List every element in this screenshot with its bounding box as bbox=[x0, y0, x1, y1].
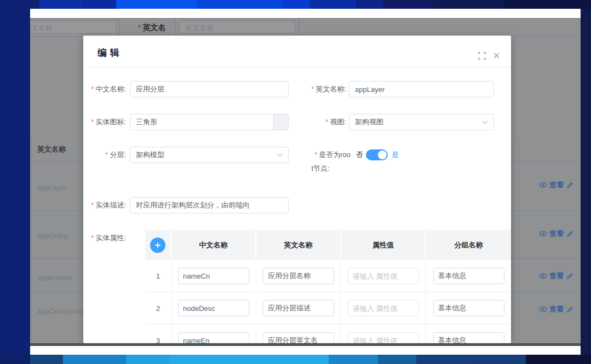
col-header-group-name: 分组名称 bbox=[426, 230, 511, 260]
bar-segment bbox=[378, 355, 416, 364]
edit-icon[interactable] bbox=[566, 230, 573, 238]
desktop-bottom-bar bbox=[0, 355, 591, 364]
row-actions: 查看 bbox=[540, 229, 573, 239]
row-index: 2 bbox=[145, 292, 171, 324]
bar-segment bbox=[329, 355, 378, 364]
divider bbox=[299, 19, 299, 36]
bg-table-header-en-name: 英文名称 bbox=[37, 145, 66, 154]
attr-value-input[interactable] bbox=[348, 268, 419, 284]
en-name-label: *英文名称: bbox=[298, 81, 346, 97]
attr-group-input[interactable] bbox=[433, 332, 504, 343]
divider bbox=[175, 19, 176, 36]
eye-icon[interactable] bbox=[540, 182, 547, 188]
attr-value-input[interactable] bbox=[348, 332, 419, 343]
attr-cn-name-input[interactable] bbox=[178, 268, 249, 284]
bar-segment bbox=[526, 355, 591, 364]
bar-segment bbox=[170, 355, 329, 364]
row-index: 3 bbox=[145, 325, 171, 343]
required-mark: * bbox=[91, 201, 94, 209]
eye-icon[interactable] bbox=[540, 307, 547, 312]
divider bbox=[83, 67, 511, 67]
view-link[interactable]: 查看 bbox=[549, 180, 564, 190]
en-name-input[interactable] bbox=[349, 81, 494, 97]
add-attribute-button[interactable] bbox=[150, 238, 165, 253]
view-link[interactable]: 查看 bbox=[549, 271, 564, 281]
bar-segment bbox=[30, 355, 63, 364]
is-root-toggle[interactable] bbox=[366, 149, 388, 160]
attr-en-name-input[interactable] bbox=[263, 332, 334, 343]
table-cell-en-name: application bbox=[37, 274, 71, 282]
desktop-left-strip bbox=[0, 9, 30, 355]
close-icon bbox=[493, 52, 500, 59]
attr-value-input[interactable] bbox=[348, 300, 419, 316]
bar-segment bbox=[309, 0, 356, 9]
fullscreen-icon bbox=[478, 52, 486, 60]
attr-cn-name-input[interactable] bbox=[178, 332, 249, 343]
toggle-off-text: 否 bbox=[356, 147, 363, 163]
bar-segment bbox=[0, 0, 39, 9]
bar-segment bbox=[383, 0, 433, 9]
required-mark: * bbox=[311, 85, 314, 93]
desktop: { "ui": { "required_mark": "*" }, "color… bbox=[0, 0, 591, 364]
col-header-attr-value: 属性值 bbox=[341, 230, 426, 260]
view-select[interactable]: 架构视图 bbox=[349, 114, 494, 130]
attribute-table: 中文名称 英文名称 属性值 分组名称 1 2 3 bbox=[145, 230, 511, 343]
divider bbox=[31, 139, 32, 346]
required-mark: * bbox=[314, 151, 317, 159]
eye-icon[interactable] bbox=[540, 273, 547, 279]
query-en-name-input[interactable] bbox=[179, 21, 295, 34]
divider bbox=[519, 139, 520, 346]
icon-preview-addon[interactable] bbox=[274, 114, 289, 130]
view-link[interactable]: 查看 bbox=[549, 304, 564, 314]
view-label: *视图: bbox=[298, 114, 346, 130]
attr-group-input[interactable] bbox=[433, 268, 504, 284]
app-window: *英文名 英文名称 appLayer appGroup application … bbox=[30, 9, 581, 355]
bar-segment bbox=[126, 355, 170, 364]
bar-segment bbox=[116, 0, 197, 9]
entity-desc-input[interactable] bbox=[130, 197, 289, 213]
bar-segment bbox=[466, 355, 526, 364]
divider bbox=[119, 19, 120, 36]
bar-segment bbox=[39, 0, 82, 9]
required-mark: * bbox=[91, 118, 94, 126]
attr-en-name-input[interactable] bbox=[263, 268, 334, 284]
bar-segment bbox=[433, 0, 504, 9]
desktop-top-bar bbox=[0, 0, 591, 9]
fullscreen-button[interactable] bbox=[478, 52, 486, 60]
attribute-row: 1 bbox=[145, 260, 511, 292]
required-mark: * bbox=[138, 23, 141, 32]
layer-select[interactable]: 架构模型 bbox=[130, 147, 289, 163]
bar-segment bbox=[416, 355, 466, 364]
chevron-down-icon bbox=[482, 120, 488, 124]
edit-icon[interactable] bbox=[566, 306, 573, 313]
row-actions: 查看 bbox=[540, 304, 573, 314]
attribute-table-header: 中文名称 英文名称 属性值 分组名称 bbox=[145, 230, 511, 260]
entity-attrs-label: *实体属性: bbox=[83, 230, 126, 246]
attr-group-input[interactable] bbox=[433, 300, 504, 316]
content-bottom-edge bbox=[30, 343, 581, 346]
edit-icon[interactable] bbox=[566, 182, 573, 189]
bar-segment bbox=[282, 0, 309, 9]
attr-en-name-input[interactable] bbox=[263, 300, 334, 316]
view-link[interactable]: 查看 bbox=[549, 229, 564, 239]
bar-segment bbox=[63, 355, 126, 364]
edit-icon[interactable] bbox=[566, 273, 573, 280]
bar-segment bbox=[82, 0, 116, 9]
query-cn-name-input[interactable] bbox=[30, 21, 117, 34]
cn-name-label: *中文名称: bbox=[83, 81, 126, 97]
close-button[interactable] bbox=[493, 52, 500, 59]
cn-name-input[interactable] bbox=[130, 81, 289, 97]
eye-icon[interactable] bbox=[540, 231, 547, 236]
dialog-title: 编辑 bbox=[97, 47, 123, 59]
attr-cn-name-input[interactable] bbox=[178, 300, 249, 316]
window-bottom-strip bbox=[30, 346, 581, 355]
query-en-name-label: *英文名 bbox=[138, 21, 165, 34]
add-attribute-cell bbox=[145, 230, 171, 260]
row-index: 1 bbox=[145, 260, 171, 292]
col-header-en-name: 英文名称 bbox=[256, 230, 341, 260]
layer-label: *分层: bbox=[83, 147, 126, 163]
view-select-value: 架构视图 bbox=[355, 117, 383, 127]
entity-icon-input[interactable] bbox=[130, 114, 274, 130]
attribute-row: 2 bbox=[145, 292, 511, 325]
required-mark: * bbox=[91, 234, 94, 242]
